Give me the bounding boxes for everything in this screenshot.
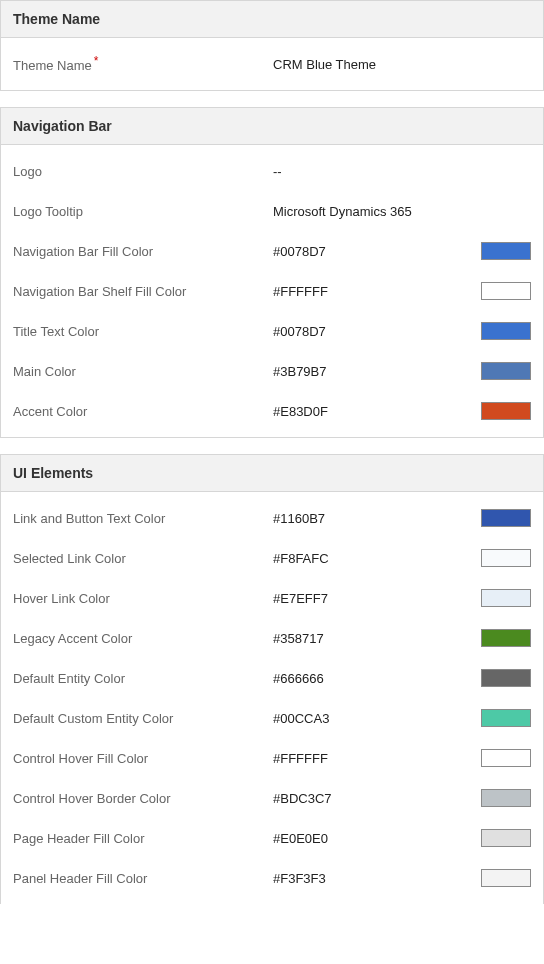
nav-shelf-label: Navigation Bar Shelf Fill Color bbox=[13, 284, 273, 299]
page-header-value[interactable]: #E0E0E0 bbox=[273, 831, 471, 846]
navigation-bar-header: Navigation Bar bbox=[1, 108, 543, 145]
control-hover-fill-label: Control Hover Fill Color bbox=[13, 751, 273, 766]
panel-header-swatch[interactable] bbox=[481, 869, 531, 887]
logo-label: Logo bbox=[13, 164, 273, 179]
link-button-swatch[interactable] bbox=[481, 509, 531, 527]
panel-header-label: Panel Header Fill Color bbox=[13, 871, 273, 886]
legacy-accent-value[interactable]: #358717 bbox=[273, 631, 471, 646]
main-color-row: Main Color #3B79B7 bbox=[1, 351, 543, 391]
selected-link-value[interactable]: #F8FAFC bbox=[273, 551, 471, 566]
theme-name-header: Theme Name bbox=[1, 1, 543, 38]
selected-link-swatch[interactable] bbox=[481, 549, 531, 567]
selected-link-row: Selected Link Color #F8FAFC bbox=[1, 538, 543, 578]
control-hover-border-label: Control Hover Border Color bbox=[13, 791, 273, 806]
main-color-label: Main Color bbox=[13, 364, 273, 379]
theme-name-label: Theme Name* bbox=[13, 54, 273, 73]
ui-elements-header: UI Elements bbox=[1, 455, 543, 492]
hover-link-swatch[interactable] bbox=[481, 589, 531, 607]
legacy-accent-label: Legacy Accent Color bbox=[13, 631, 273, 646]
accent-color-label: Accent Color bbox=[13, 404, 273, 419]
theme-name-label-text: Theme Name bbox=[13, 59, 92, 74]
page-header-row: Page Header Fill Color #E0E0E0 bbox=[1, 818, 543, 858]
logo-tooltip-row: Logo Tooltip Microsoft Dynamics 365 bbox=[1, 191, 543, 231]
default-entity-swatch[interactable] bbox=[481, 669, 531, 687]
logo-value[interactable]: -- bbox=[273, 164, 531, 179]
navigation-bar-body: Logo -- Logo Tooltip Microsoft Dynamics … bbox=[1, 145, 543, 437]
main-color-swatch[interactable] bbox=[481, 362, 531, 380]
title-text-value[interactable]: #0078D7 bbox=[273, 324, 471, 339]
default-entity-row: Default Entity Color #666666 bbox=[1, 658, 543, 698]
control-hover-border-value[interactable]: #BDC3C7 bbox=[273, 791, 471, 806]
nav-shelf-row: Navigation Bar Shelf Fill Color #FFFFFF bbox=[1, 271, 543, 311]
custom-entity-label: Default Custom Entity Color bbox=[13, 711, 273, 726]
logo-tooltip-value[interactable]: Microsoft Dynamics 365 bbox=[273, 204, 531, 219]
theme-name-value[interactable]: CRM Blue Theme bbox=[273, 57, 531, 72]
link-button-value[interactable]: #1160B7 bbox=[273, 511, 471, 526]
control-hover-fill-swatch[interactable] bbox=[481, 749, 531, 767]
theme-name-row: Theme Name* CRM Blue Theme bbox=[1, 44, 543, 84]
nav-fill-value[interactable]: #0078D7 bbox=[273, 244, 471, 259]
hover-link-row: Hover Link Color #E7EFF7 bbox=[1, 578, 543, 618]
control-hover-border-swatch[interactable] bbox=[481, 789, 531, 807]
control-hover-border-row: Control Hover Border Color #BDC3C7 bbox=[1, 778, 543, 818]
nav-fill-label: Navigation Bar Fill Color bbox=[13, 244, 273, 259]
default-entity-label: Default Entity Color bbox=[13, 671, 273, 686]
link-button-row: Link and Button Text Color #1160B7 bbox=[1, 498, 543, 538]
custom-entity-swatch[interactable] bbox=[481, 709, 531, 727]
logo-row: Logo -- bbox=[1, 151, 543, 191]
accent-color-swatch[interactable] bbox=[481, 402, 531, 420]
title-text-swatch[interactable] bbox=[481, 322, 531, 340]
accent-color-value[interactable]: #E83D0F bbox=[273, 404, 471, 419]
nav-fill-row: Navigation Bar Fill Color #0078D7 bbox=[1, 231, 543, 271]
page-header-swatch[interactable] bbox=[481, 829, 531, 847]
hover-link-label: Hover Link Color bbox=[13, 591, 273, 606]
custom-entity-row: Default Custom Entity Color #00CCA3 bbox=[1, 698, 543, 738]
nav-fill-swatch[interactable] bbox=[481, 242, 531, 260]
legacy-accent-swatch[interactable] bbox=[481, 629, 531, 647]
theme-name-body: Theme Name* CRM Blue Theme bbox=[1, 38, 543, 90]
nav-shelf-swatch[interactable] bbox=[481, 282, 531, 300]
title-text-row: Title Text Color #0078D7 bbox=[1, 311, 543, 351]
navigation-bar-section: Navigation Bar Logo -- Logo Tooltip Micr… bbox=[0, 107, 544, 438]
custom-entity-value[interactable]: #00CCA3 bbox=[273, 711, 471, 726]
control-hover-fill-value[interactable]: #FFFFFF bbox=[273, 751, 471, 766]
legacy-accent-row: Legacy Accent Color #358717 bbox=[1, 618, 543, 658]
nav-shelf-value[interactable]: #FFFFFF bbox=[273, 284, 471, 299]
logo-tooltip-label: Logo Tooltip bbox=[13, 204, 273, 219]
ui-elements-body: Link and Button Text Color #1160B7 Selec… bbox=[1, 492, 543, 904]
main-color-value[interactable]: #3B79B7 bbox=[273, 364, 471, 379]
title-text-label: Title Text Color bbox=[13, 324, 273, 339]
panel-header-row: Panel Header Fill Color #F3F3F3 bbox=[1, 858, 543, 898]
hover-link-value[interactable]: #E7EFF7 bbox=[273, 591, 471, 606]
control-hover-fill-row: Control Hover Fill Color #FFFFFF bbox=[1, 738, 543, 778]
page-header-label: Page Header Fill Color bbox=[13, 831, 273, 846]
accent-color-row: Accent Color #E83D0F bbox=[1, 391, 543, 431]
selected-link-label: Selected Link Color bbox=[13, 551, 273, 566]
theme-name-section: Theme Name Theme Name* CRM Blue Theme bbox=[0, 0, 544, 91]
panel-header-value[interactable]: #F3F3F3 bbox=[273, 871, 471, 886]
required-indicator: * bbox=[94, 54, 99, 68]
default-entity-value[interactable]: #666666 bbox=[273, 671, 471, 686]
link-button-label: Link and Button Text Color bbox=[13, 511, 273, 526]
ui-elements-section: UI Elements Link and Button Text Color #… bbox=[0, 454, 544, 904]
